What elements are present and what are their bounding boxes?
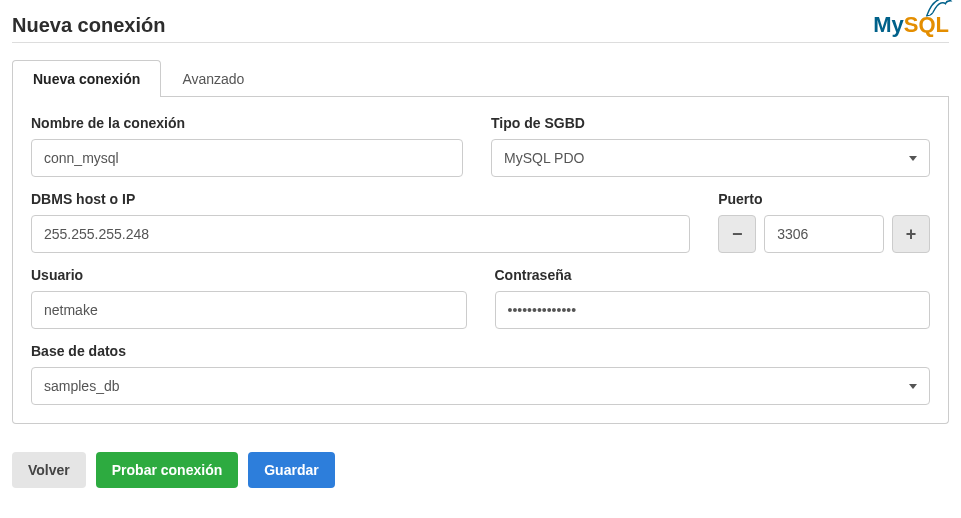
host-input[interactable] xyxy=(31,215,690,253)
database-value: samples_db xyxy=(44,378,120,394)
chevron-down-icon xyxy=(909,384,917,389)
port-increment-button[interactable]: + xyxy=(892,215,930,253)
user-label: Usuario xyxy=(31,267,467,283)
test-connection-button[interactable]: Probar conexión xyxy=(96,452,238,488)
database-select[interactable]: samples_db xyxy=(31,367,930,405)
tab-new-connection[interactable]: Nueva conexión xyxy=(12,60,161,97)
svg-point-0 xyxy=(946,1,948,3)
form-panel: Nombre de la conexión Tipo de SGBD MySQL… xyxy=(12,97,949,424)
host-label: DBMS host o IP xyxy=(31,191,690,207)
tab-bar: Nueva conexión Avanzado xyxy=(12,59,949,97)
dbms-type-label: Tipo de SGBD xyxy=(491,115,930,131)
dbms-type-select[interactable]: MySQL PDO xyxy=(491,139,930,177)
mysql-logo: MySQL xyxy=(873,12,949,38)
conn-name-input[interactable] xyxy=(31,139,463,177)
port-decrement-button[interactable]: − xyxy=(718,215,756,253)
page-title: Nueva conexión xyxy=(12,14,165,37)
conn-name-label: Nombre de la conexión xyxy=(31,115,463,131)
port-label: Puerto xyxy=(718,191,930,207)
save-button[interactable]: Guardar xyxy=(248,452,334,488)
tab-advanced[interactable]: Avanzado xyxy=(161,60,265,97)
user-input[interactable] xyxy=(31,291,467,329)
back-button[interactable]: Volver xyxy=(12,452,86,488)
footer-actions: Volver Probar conexión Guardar xyxy=(12,452,949,488)
chevron-down-icon xyxy=(909,156,917,161)
dolphin-icon xyxy=(923,0,953,18)
port-input[interactable] xyxy=(764,215,884,253)
password-label: Contraseña xyxy=(495,267,931,283)
database-label: Base de datos xyxy=(31,343,930,359)
dbms-type-value: MySQL PDO xyxy=(504,150,584,166)
password-input[interactable] xyxy=(495,291,931,329)
